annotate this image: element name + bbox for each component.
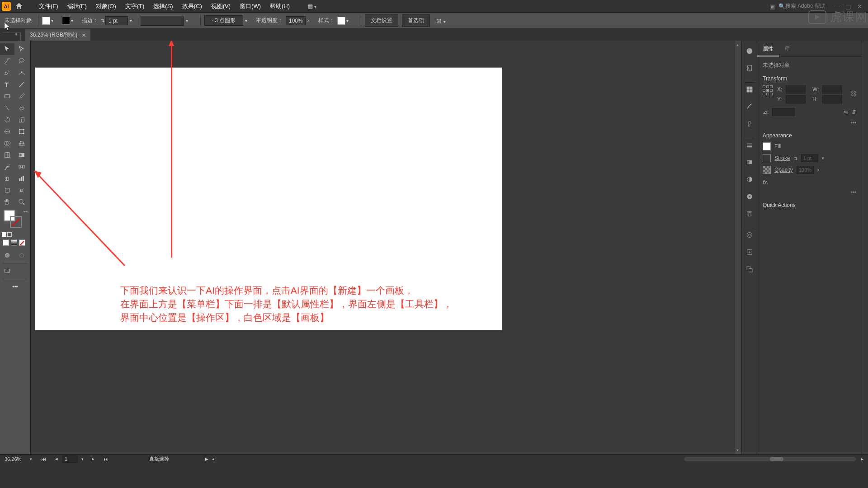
transform-y-input[interactable] [786,95,806,103]
stroke-dropdown-icon[interactable]: ▾ [71,18,77,23]
minimize-icon[interactable]: — [834,3,840,9]
prev-artboard-icon[interactable]: ◂ [55,456,58,462]
width-tool[interactable] [0,126,14,137]
background-swatch[interactable] [10,216,22,228]
scale-tool[interactable] [14,114,29,126]
screen-mode-icon[interactable] [0,265,14,277]
next-artboard-icon[interactable]: ▸ [92,456,94,462]
close-icon[interactable]: ✕ [857,3,863,9]
pen-tool[interactable] [0,67,14,79]
menu-select[interactable]: 选择(S) [149,0,177,12]
rectangle-tool[interactable] [0,90,14,102]
reference-point-grid[interactable] [763,85,773,95]
menu-type[interactable]: 文字(T) [121,0,149,12]
document-tab[interactable]: 36.26% (RGB/预览) × [25,29,90,41]
type-tool[interactable]: T [0,79,14,90]
menu-file[interactable]: 文件(F) [34,0,63,12]
appearance-stroke-swatch[interactable] [763,154,771,162]
edit-toolbar-icon[interactable]: ••• [0,281,30,293]
menu-object[interactable]: 对象(O) [91,0,121,12]
blend-tool[interactable] [14,161,29,173]
style-swatch[interactable] [337,17,345,25]
fx-label[interactable]: fx. [763,179,856,186]
direct-selection-tool[interactable] [14,43,29,55]
draw-normal-icon[interactable] [0,249,14,261]
appearance-more-icon[interactable]: ••• [763,189,856,196]
selection-tool[interactable] [0,43,14,55]
opacity-input[interactable] [286,16,306,25]
rotate-tool[interactable] [0,114,14,126]
prefs-button[interactable]: 首选项 [402,14,430,27]
transform-angle-input[interactable] [772,108,795,116]
align-controls-icon[interactable]: ⊞ ▾ [436,17,446,24]
eraser-tool[interactable] [14,102,29,114]
transform-h-input[interactable] [822,95,842,103]
home-icon[interactable] [14,2,24,11]
symbols-panel-icon[interactable] [745,119,755,129]
color-panel-icon[interactable] [745,46,755,56]
canvas-area[interactable]: 下面我们来认识一下AI的操作界面，点击AI界面的【新建】一个画板， 在界面上方是… [31,41,741,454]
tab-properties[interactable]: 属性 [757,42,779,56]
menu-edit[interactable]: 编辑(E) [63,0,91,12]
fill-dropdown-icon[interactable]: ▾ [51,18,57,23]
free-transform-tool[interactable] [14,126,29,137]
stroke-profile-dropdown[interactable] [141,16,184,26]
curvature-tool[interactable] [14,67,29,79]
menu-help[interactable]: 帮助(H) [265,0,294,12]
brushes-panel-icon[interactable] [745,102,755,112]
perspective-grid-tool[interactable] [14,137,29,149]
mesh-tool[interactable] [0,149,14,161]
transparency-panel-icon[interactable] [745,174,755,184]
gradient-tool[interactable] [14,149,29,161]
stroke-weight-dropdown-icon[interactable]: ▾ [130,18,136,23]
fill-swatch[interactable] [42,17,50,25]
appearance-stroke-input[interactable] [801,154,818,162]
stroke-swatch[interactable] [62,17,70,25]
shaper-tool[interactable] [0,102,14,114]
swatches-panel-icon[interactable] [745,84,755,94]
menu-effect[interactable]: 效果(C) [178,0,207,12]
line-tool[interactable] [14,79,29,90]
appearance-opacity-input[interactable] [797,166,814,174]
workspace-switcher-icon[interactable]: ▣ [769,3,776,9]
appearance-panel-icon[interactable] [745,192,755,202]
close-tab-icon[interactable]: × [82,32,85,39]
color-guide-icon[interactable] [745,63,755,73]
artboard-number-input[interactable] [62,455,78,463]
mini-fill-icon[interactable] [2,232,6,237]
lasso-tool[interactable] [14,55,29,67]
transform-w-input[interactable] [822,85,842,94]
flip-horizontal-icon[interactable]: ⇋ [844,109,848,115]
stroke-weight-input[interactable] [105,16,128,25]
asset-export-panel-icon[interactable] [745,247,755,257]
symbol-sprayer-tool[interactable] [0,173,14,184]
magic-wand-tool[interactable] [0,55,14,67]
zoom-level[interactable]: 36.26% [5,456,30,462]
transform-x-input[interactable] [786,85,806,94]
layers-panel-icon[interactable] [745,230,755,240]
stroke-panel-icon[interactable] [745,140,755,150]
shape-builder-tool[interactable] [0,137,14,149]
first-artboard-icon[interactable]: ⏮ [41,456,46,462]
menu-view[interactable]: 视图(V) [207,0,235,12]
appearance-fill-swatch[interactable] [763,142,771,150]
opacity-dropdown-icon[interactable]: › [307,18,314,23]
none-mode-icon[interactable] [19,239,25,246]
color-mode-icon[interactable] [3,239,9,246]
maximize-icon[interactable]: ▢ [845,3,852,9]
zoom-tool[interactable] [14,196,29,208]
constrain-proportions-icon[interactable]: ⛓ [850,90,856,97]
paintbrush-tool[interactable] [14,90,29,102]
stroke-stepper-icon[interactable]: ⇅ [101,18,104,23]
last-artboard-icon[interactable]: ⏭ [104,456,108,462]
appearance-opacity-swatch[interactable] [763,166,771,174]
status-play-icon[interactable]: ▶ [205,457,208,461]
flip-vertical-icon[interactable]: ⇵ [852,109,856,115]
tab-libraries[interactable]: 库 [779,42,795,56]
artboard-tool[interactable] [0,184,14,196]
eyedropper-tool[interactable] [0,161,14,173]
hand-tool[interactable] [0,196,14,208]
panel-scrollbar[interactable] [862,41,868,454]
color-tools[interactable]: ⤺ [0,208,30,231]
gradient-mode-icon[interactable] [11,239,17,246]
